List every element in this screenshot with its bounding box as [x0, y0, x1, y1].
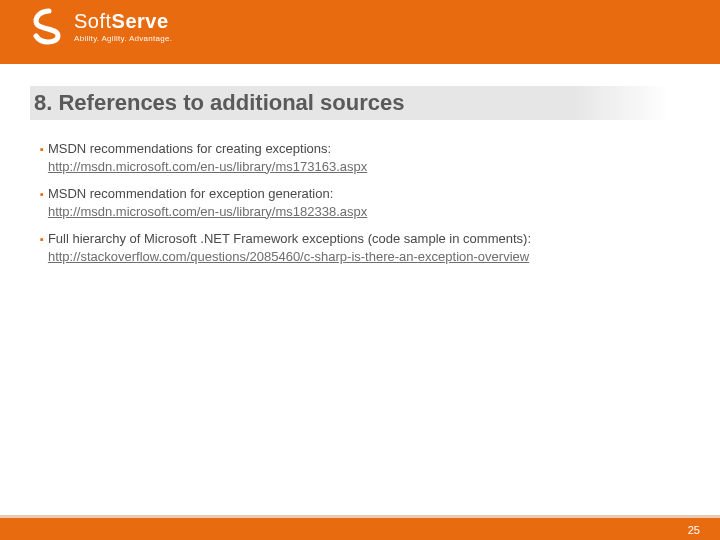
bullet-text: MSDN recommendations for creating except… [48, 141, 331, 156]
list-item: ▪ MSDN recommendations for creating exce… [40, 140, 680, 175]
logo-name: SoftServe [74, 11, 172, 31]
bullet-icon: ▪ [40, 230, 44, 265]
logo-text: SoftServe Ability. Agility. Advantage. [74, 11, 172, 43]
reference-link[interactable]: http://msdn.microsoft.com/en-us/library/… [48, 204, 367, 219]
footer-band: 25 [0, 518, 720, 540]
bullet-text: Full hierarchy of Microsoft .NET Framewo… [48, 231, 531, 246]
bullet-body: Full hierarchy of Microsoft .NET Framewo… [48, 230, 680, 265]
brand-logo: SoftServe Ability. Agility. Advantage. [30, 8, 172, 46]
logo-tagline: Ability. Agility. Advantage. [74, 34, 172, 43]
logo-name-part-a: Soft [74, 10, 112, 32]
slide: SoftServe Ability. Agility. Advantage. 8… [0, 0, 720, 540]
bullet-icon: ▪ [40, 185, 44, 220]
page-number: 25 [688, 524, 700, 536]
page-title: 8. References to additional sources [30, 86, 670, 120]
content-area: ▪ MSDN recommendations for creating exce… [40, 140, 680, 275]
heading-container: 8. References to additional sources [30, 86, 690, 120]
list-item: ▪ MSDN recommendation for exception gene… [40, 185, 680, 220]
logo-icon [30, 8, 68, 46]
bullet-text: MSDN recommendation for exception genera… [48, 186, 333, 201]
reference-link[interactable]: http://stackoverflow.com/questions/20854… [48, 249, 529, 264]
reference-link[interactable]: http://msdn.microsoft.com/en-us/library/… [48, 159, 367, 174]
bullet-icon: ▪ [40, 140, 44, 175]
bullet-body: MSDN recommendation for exception genera… [48, 185, 680, 220]
bullet-body: MSDN recommendations for creating except… [48, 140, 680, 175]
logo-name-part-b: Serve [112, 10, 169, 32]
list-item: ▪ Full hierarchy of Microsoft .NET Frame… [40, 230, 680, 265]
